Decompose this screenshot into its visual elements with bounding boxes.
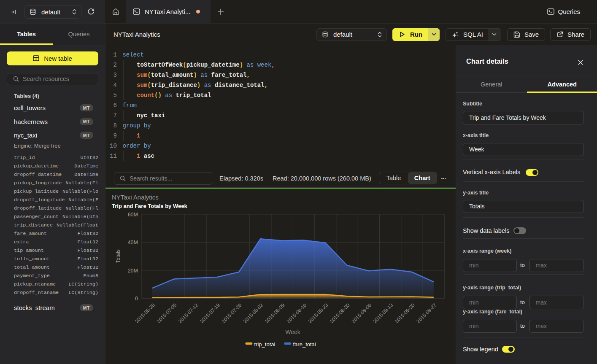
- svg-text:Totals: Totals: [115, 249, 121, 263]
- svg-text:fare_total: fare_total: [293, 341, 316, 348]
- svg-text:2015-08-30: 2015-08-30: [329, 302, 351, 324]
- svg-text:NYTaxi Analytics: NYTaxi Analytics: [112, 194, 159, 201]
- svg-text:2015-07-12: 2015-07-12: [177, 302, 200, 324]
- svg-text:2015-07-19: 2015-07-19: [199, 302, 221, 324]
- svg-text:Week: Week: [285, 329, 301, 335]
- svg-text:2015-09-06: 2015-09-06: [350, 302, 373, 324]
- svg-text:2015-06-28: 2015-06-28: [134, 302, 156, 324]
- svg-text:2015-09-20: 2015-09-20: [394, 302, 416, 324]
- svg-text:40M: 40M: [128, 240, 138, 245]
- svg-text:2015-09-13: 2015-09-13: [372, 302, 394, 324]
- svg-text:2015-07-05: 2015-07-05: [156, 302, 178, 324]
- svg-text:2015-07-26: 2015-07-26: [221, 302, 243, 324]
- svg-text:2015-08-02: 2015-08-02: [242, 302, 265, 324]
- svg-text:0: 0: [135, 296, 138, 302]
- svg-text:60M: 60M: [128, 212, 138, 218]
- svg-text:2015-08-16: 2015-08-16: [285, 302, 308, 324]
- svg-text:20M: 20M: [128, 268, 138, 274]
- svg-text:2015-08-23: 2015-08-23: [307, 302, 330, 324]
- svg-text:Trip and Fare Totals by Week: Trip and Fare Totals by Week: [112, 203, 187, 209]
- svg-text:2015-09-27: 2015-09-27: [415, 302, 438, 324]
- svg-text:2015-08-09: 2015-08-09: [264, 302, 286, 324]
- svg-text:trip_total: trip_total: [254, 341, 276, 348]
